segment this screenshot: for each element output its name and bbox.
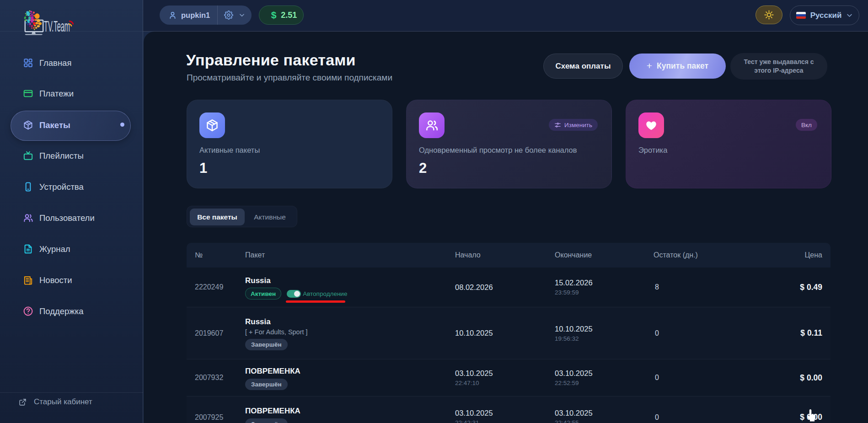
svg-text:TV.Team: TV.Team <box>44 18 70 35</box>
